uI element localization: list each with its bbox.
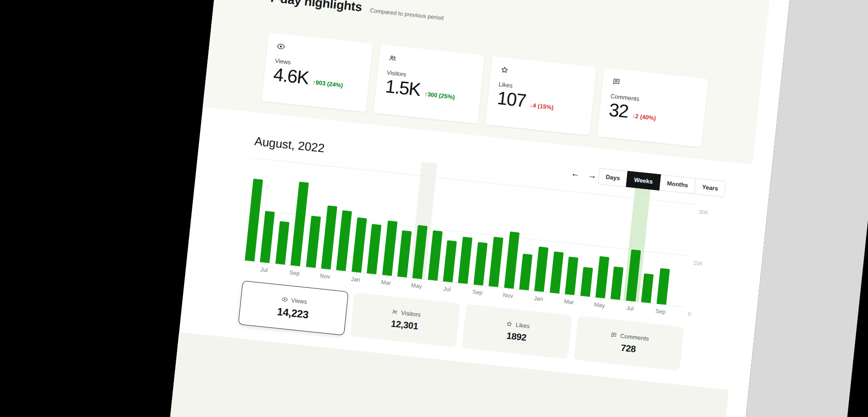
chart-bar[interactable] [595, 256, 609, 298]
chart-bar-cell [641, 273, 654, 303]
chart-bar[interactable] [626, 249, 641, 302]
highlight-value: 32 [608, 100, 629, 121]
highlight-card-visitors: Visitors 1.5K ↑300 (25%) [373, 44, 484, 124]
eye-icon [276, 42, 286, 51]
tab-weeks[interactable]: Weeks [626, 171, 661, 190]
summary-tile-label: Likes [515, 321, 530, 329]
chart-bar[interactable] [367, 224, 381, 274]
summary-tile-comments[interactable]: Comments 728 [574, 316, 684, 371]
chart-bar-cell [397, 231, 411, 277]
x-axis-tick-label: Nov [503, 292, 514, 299]
chart-bar-cell [382, 220, 397, 276]
x-axis-tick-label: Sep [655, 308, 666, 315]
summary-tile-visitors[interactable]: Visitors 12,301 [350, 292, 460, 347]
y-axis-tick-label: 15K [693, 259, 703, 267]
highlight-value: 4.6K [273, 65, 309, 88]
chart-bar-cell [260, 211, 275, 263]
visitors-icon [391, 308, 398, 316]
summary-tile-value: 1892 [506, 330, 526, 343]
summary-tile-label: Visitors [401, 309, 421, 318]
x-axis-tick-label: Sep [289, 269, 300, 276]
chart-bar[interactable] [397, 231, 411, 277]
y-axis-tick-label: 0 [688, 311, 691, 318]
chart-bar[interactable] [641, 273, 654, 303]
highlight-card-comments: Comments 32 ↓2 (40%) [597, 68, 708, 147]
x-axis-tick [478, 285, 479, 287]
stats-page: 7-day highlights Compared to previous pe… [149, 0, 797, 417]
tab-years[interactable]: Years [694, 178, 726, 197]
summary-tile-value: 14,223 [276, 305, 309, 321]
comment-icon [610, 331, 617, 338]
chart-bar[interactable] [534, 247, 549, 292]
x-axis-tick [386, 276, 387, 278]
chart-bar[interactable] [565, 257, 578, 295]
x-axis-tick-label: Mar [564, 298, 574, 305]
chart-bar[interactable] [458, 237, 472, 284]
chart-bar-cell [321, 205, 337, 270]
chart-bar-cell [473, 242, 487, 286]
highlight-delta: ↑903 (24%) [312, 79, 343, 89]
chart-bar-cell [610, 266, 623, 300]
chart-bar[interactable] [580, 267, 593, 297]
highlight-value: 1.5K [385, 76, 421, 99]
highlight-delta: ↑300 (25%) [424, 90, 455, 101]
chart-bar[interactable] [489, 237, 504, 287]
chart-bar[interactable] [428, 230, 442, 281]
chart-bar[interactable] [321, 205, 337, 270]
chart-bar[interactable] [443, 240, 457, 282]
chart-bar-cell [275, 221, 290, 265]
x-axis-tick-label: Jul [260, 266, 268, 274]
chart-bar[interactable] [336, 210, 353, 271]
chart-bar[interactable] [352, 217, 367, 273]
chart-bar[interactable] [413, 225, 428, 279]
chart-bar[interactable] [504, 231, 520, 289]
chart-bar-cell [565, 257, 578, 295]
chart-bar-cell [306, 216, 321, 268]
chart-bar[interactable] [473, 242, 487, 286]
highlight-delta: ↓4 (15%) [530, 101, 554, 111]
x-axis-tick [264, 263, 265, 265]
chart-bar[interactable] [275, 221, 290, 265]
x-axis-tick [539, 292, 540, 294]
x-axis-tick [448, 282, 448, 284]
highlights-title: 7-day highlights [269, 0, 363, 15]
chart-bar[interactable] [610, 266, 623, 300]
chart-bar-cell [656, 268, 670, 304]
summary-tile-likes[interactable]: Likes 1892 [462, 304, 572, 359]
chart-bar-cell [352, 217, 367, 273]
x-axis-tick-label: Mar [381, 279, 392, 286]
star-icon [505, 320, 513, 327]
x-axis-tick [417, 279, 418, 281]
highlight-card-views: Views 4.6K ↑903 (24%) [262, 33, 373, 112]
chart-bar[interactable] [291, 182, 309, 266]
chart-bar[interactable] [382, 220, 397, 276]
chart-bar-cell [595, 256, 609, 298]
chart-bar-cell [489, 237, 504, 287]
chart-bar[interactable] [245, 179, 263, 261]
chart-bar[interactable] [519, 254, 532, 290]
star-icon [500, 65, 510, 75]
visitors-icon [388, 53, 398, 63]
x-axis-tick-label: Jul [626, 305, 634, 312]
screenshot-stage: 7-day highlights Compared to previous pe… [0, 0, 868, 417]
chart-bar-cell [443, 240, 457, 282]
chart-bar-cell [367, 224, 381, 274]
summary-tile-label: Views [291, 297, 308, 305]
chart-bar-cell [291, 182, 309, 266]
chart-bar[interactable] [306, 216, 321, 268]
chart-bar-cell [534, 247, 549, 292]
summary-tile-label: Comments [620, 332, 649, 342]
x-axis-tick-label: Nov [319, 272, 330, 280]
chart-bar[interactable] [656, 268, 670, 304]
summary-tile-views[interactable]: Views 14,223 [238, 281, 349, 336]
chart-bar[interactable] [549, 252, 563, 293]
chart-bar[interactable] [260, 211, 275, 263]
summary-tile-value: 12,301 [391, 318, 419, 332]
chart-bar-cell [336, 210, 353, 271]
chart-bar-cell [245, 179, 263, 261]
x-axis-tick [600, 298, 601, 300]
x-axis-tick [570, 295, 571, 297]
highlights-header: 7-day highlights Compared to previous pe… [269, 0, 445, 23]
summary-tile-value: 728 [621, 342, 637, 354]
x-axis-tick-label: May [594, 301, 605, 309]
